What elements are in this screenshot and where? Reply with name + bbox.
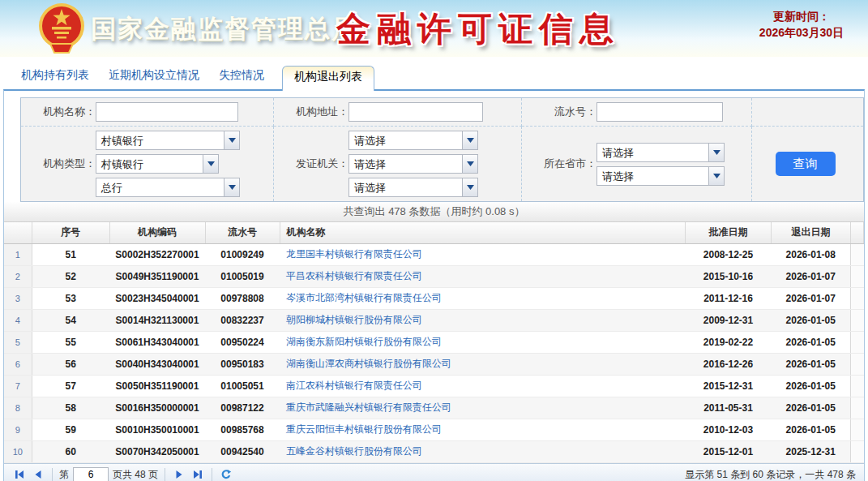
cell-org-code: S0070H342050001 [109,440,205,462]
org-address-input[interactable] [348,102,483,122]
province-select-value: 请选择 [597,144,708,161]
org-name-link[interactable]: 岑溪市北部湾村镇银行有限责任公司 [286,292,442,303]
tab-exit-list[interactable]: 机构退出列表 [282,66,374,91]
cell-org-name: 重庆云阳恒丰村镇银行股份有限公司 [280,419,686,440]
row-index: 5 [4,331,32,353]
row-spacer [851,440,864,462]
chevron-down-icon[interactable] [203,155,218,173]
tab-out-of-control[interactable]: 失控情况 [209,65,274,89]
table-row: 555S0061H34304000100950224湖南衡东新阳村镇银行股份有限… [4,331,864,353]
cell-exit-date: 2026-01-07 [772,265,851,287]
cell-approve-date: 2016-12-26 [686,353,772,375]
header-serial: 流水号 [205,222,280,243]
page-prefix-label: 第 [59,468,69,481]
org-type-select-value: 村镇银行 [96,155,203,173]
row-index: 1 [4,243,32,265]
org-name-link[interactable]: 朝阳柳城村镇银行股份有限公司 [286,314,422,325]
cell-seq: 56 [32,353,109,375]
cell-org-name: 湖南衡东新阳村镇银行股份有限公司 [280,331,686,353]
update-time-label: 更新时间： [745,8,858,24]
pager-separator [212,468,212,481]
cell-seq: 53 [32,287,109,309]
issuing-authority-select-value: 请选择 [349,178,462,196]
cell-serial: 00987122 [205,397,280,419]
cell-approve-date: 2015-10-16 [686,265,772,287]
org-type-select-3[interactable]: 总行 [96,178,240,197]
chevron-down-icon[interactable] [462,131,477,149]
cell-exit-date: 2026-01-07 [772,287,851,309]
cell-exit-date: 2026-01-05 [772,353,851,375]
org-name-link[interactable]: 平昌农科村镇银行有限责任公司 [286,270,422,281]
chevron-down-icon[interactable] [224,178,239,196]
tab-bar: 机构持有列表近期机构设立情况失控情况机构退出列表 [0,68,868,89]
page-suffix-label: 页共 48 页 [113,468,158,481]
pagination-bar: 第 页共 48 页 显示第 51 条到 60 条记录，一共 478 条 [4,463,864,481]
tab-holding-list[interactable]: 机构持有列表 [11,65,99,89]
chevron-down-icon[interactable] [708,167,724,185]
row-index: 10 [4,440,32,462]
chevron-down-icon[interactable] [462,178,477,196]
cell-serial: 00832237 [205,309,280,331]
cell-approve-date: 2011-05-31 [686,397,772,419]
issuing-authority-select-2[interactable]: 请选择 [348,154,478,174]
row-index: 9 [4,419,32,440]
org-name-input[interactable] [96,102,238,122]
org-name-link[interactable]: 重庆云阳恒丰村镇银行股份有限公司 [286,423,442,435]
page-number-input[interactable] [73,467,109,481]
cell-exit-date: 2025-12-31 [772,440,851,462]
site-header: 国家金融监督管理总局 金融许可证信息 更新时间： 2026年03月30日 [0,0,868,57]
last-page-icon[interactable] [190,467,205,481]
cell-serial: 00950183 [205,353,280,375]
issuing-authority-select-3[interactable]: 请选择 [348,178,478,197]
row-index: 4 [4,309,32,331]
chevron-down-icon[interactable] [708,144,724,161]
chevron-down-icon[interactable] [462,155,477,173]
table-row: 252S0049H35119000101005019平昌农科村镇银行有限责任公司… [4,265,864,287]
org-name-link[interactable]: 龙里国丰村镇银行有限责任公司 [286,248,422,260]
cell-org-name: 龙里国丰村镇银行有限责任公司 [280,243,686,265]
org-name-link[interactable]: 五峰金谷村镇银行股份有限公司 [286,445,422,457]
tab-recent-establishment[interactable]: 近期机构设立情况 [99,65,209,89]
table-row: 1060S0070H34205000100942540五峰金谷村镇银行股份有限公… [4,440,864,462]
org-name-link[interactable]: 南江农科村镇银行有限责任公司 [286,380,422,391]
row-index: 6 [4,353,32,375]
serial-no-label: 流水号： [522,105,596,119]
cell-org-code: S0023H345040001 [109,287,205,309]
province-field: 所在省市： 请选择请选择 [522,127,752,201]
org-type-select-2[interactable]: 村镇银行 [96,154,219,174]
issuing-authority-select-1[interactable]: 请选择 [348,131,478,150]
org-type-select-value: 总行 [96,178,224,196]
header-seq: 序号 [32,222,109,243]
table-row: 454S0014H32113000100832237朝阳柳城村镇银行股份有限公司… [4,309,864,331]
cell-org-code: S0049H351190001 [109,265,205,287]
province-selects: 请选择请选择 [596,143,725,186]
cell-org-code: S0002H352270001 [109,243,205,265]
cell-seq: 55 [32,331,109,353]
cell-org-name: 南江农科村镇银行有限责任公司 [280,375,686,397]
prev-page-icon[interactable] [31,467,45,481]
pager-separator [52,468,53,481]
search-button[interactable]: 查询 [776,152,836,176]
province-select-1[interactable]: 请选择 [596,143,725,162]
serial-no-input[interactable] [596,102,723,122]
table-row: 959S0010H35001000100985768重庆云阳恒丰村镇银行股份有限… [4,419,864,440]
form-spacer-cell [752,98,863,127]
cell-org-code: S0014H321130001 [109,309,205,331]
refresh-icon[interactable] [219,467,233,481]
next-page-icon[interactable] [172,467,186,481]
org-name-link[interactable]: 湖南衡东新阳村镇银行股份有限公司 [286,336,442,347]
record-range-summary: 显示第 51 条到 60 条记录，一共 478 条 [685,468,856,481]
org-type-select-1[interactable]: 村镇银行 [96,131,240,150]
pager-separator [165,468,165,481]
header-org-name: 机构名称 [280,222,686,243]
org-name-link[interactable]: 重庆市武隆融兴村镇银行有限责任公司 [286,402,451,413]
issuing-authority-select-value: 请选择 [349,131,462,149]
cell-serial: 01009249 [205,243,280,265]
cell-seq: 58 [32,397,109,419]
first-page-icon[interactable] [12,467,27,481]
cell-seq: 59 [32,419,109,440]
chevron-down-icon[interactable] [224,131,239,149]
org-name-link[interactable]: 湖南衡山潭农商村镇银行股份有限公司 [286,358,451,369]
org-type-select-value: 村镇银行 [96,131,224,149]
province-select-2[interactable]: 请选择 [596,166,725,186]
